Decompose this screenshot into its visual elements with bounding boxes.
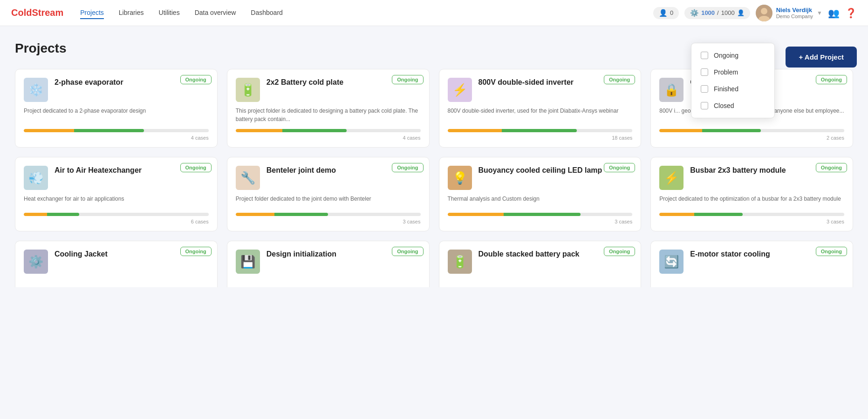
card-title: 2-phase evaporator (55, 78, 151, 88)
card-top: 🔧 Benteler joint demo Ongoing (236, 166, 421, 190)
card-title: Air to Air Heatexchanger (55, 166, 170, 176)
filter-checkbox-ongoing[interactable] (701, 52, 708, 59)
add-project-button[interactable]: + Add Project (786, 47, 857, 68)
filter-checkbox-closed[interactable] (701, 102, 708, 109)
filter-label: Closed (714, 102, 734, 109)
card-thumbnail: 🔒 (659, 78, 683, 102)
card-bottom: 4 cases (236, 129, 421, 141)
card-title: Design initialization (267, 250, 364, 259)
card-thumbnail: ⚡ (448, 78, 472, 102)
project-card[interactable]: ⚡ 800V double-sided inverter Ongoing 800… (439, 69, 642, 148)
progress-bar (236, 129, 421, 132)
card-bottom: 18 cases (448, 129, 633, 141)
progress-bar (448, 129, 633, 132)
card-description: Project folder dedicated to the joint de… (236, 195, 421, 203)
progress-bar (448, 213, 633, 216)
status-badge: Ongoing (604, 247, 635, 256)
card-bottom: 3 cases (659, 213, 844, 224)
project-card[interactable]: ❄️ 2-phase evaporator Ongoing Project de… (15, 69, 218, 148)
filter-label: Problem (714, 68, 738, 76)
filter-dropdown: Ongoing Problem Finished Closed (691, 43, 775, 118)
card-bottom: 6 cases (24, 213, 209, 224)
card-description: Project dedicated to the optimization of… (659, 195, 844, 203)
status-badge: Ongoing (392, 163, 423, 172)
nav-utilities[interactable]: Utilities (159, 7, 180, 19)
filter-item-problem[interactable]: Problem (691, 64, 774, 81)
chevron-down-icon: ▼ (817, 10, 822, 16)
card-title: E-motor stator cooling (690, 250, 798, 259)
user-info[interactable]: Niels Verdijk Demo Company ▼ (756, 5, 822, 21)
card-cases: 4 cases (24, 135, 209, 141)
card-cases: 4 cases (236, 135, 421, 141)
card-top: ⚡ 800V double-sided inverter Ongoing (448, 78, 633, 102)
card-bottom: 3 cases (448, 213, 633, 224)
credits-total: 1000 (721, 9, 735, 16)
gear-icon: ⚙️ (690, 9, 699, 17)
credits-separator: / (717, 9, 719, 16)
avatar-image (756, 5, 772, 21)
card-title: Double stacked battery pack (478, 250, 608, 259)
filter-checkbox-problem[interactable] (701, 68, 708, 76)
progress-bar (659, 213, 844, 216)
nav-links: Projects Libraries Utilities Data overvi… (80, 7, 653, 19)
card-cases: 6 cases (24, 219, 209, 224)
card-top: 💨 Air to Air Heatexchanger Ongoing (24, 166, 209, 190)
card-title: 2x2 Battery cold plate (267, 78, 371, 88)
project-card-partial[interactable]: Ongoing 💾 Design initialization (227, 241, 430, 287)
card-title: Busbar 2x3 battery module (690, 166, 813, 176)
card-top: 💡 Buoyancy cooled ceiling LED lamp Ongoi… (448, 166, 633, 190)
card-bottom: 2 cases (659, 129, 844, 141)
credits-used: 1000 (701, 9, 715, 16)
card-thumbnail: ⚙️ (24, 250, 48, 274)
help-button[interactable]: ❓ (845, 7, 857, 19)
navbar: ColdStream Projects Libraries Utilities … (0, 0, 868, 26)
project-card[interactable]: 🔧 Benteler joint demo Ongoing Project fo… (227, 157, 430, 231)
filter-item-ongoing[interactable]: Ongoing (691, 47, 774, 64)
filter-checkbox-finished[interactable] (701, 85, 708, 93)
card-thumbnail: 🔄 (659, 250, 683, 274)
card-description: Thermal analysis and Custom design (448, 195, 633, 203)
bottom-row: Ongoing ⚙️ Cooling Jacket Ongoing 💾 Desi… (15, 241, 853, 287)
add-user-button[interactable]: 👥 (828, 7, 840, 19)
project-card[interactable]: 💡 Buoyancy cooled ceiling LED lamp Ongoi… (439, 157, 642, 231)
avatar (756, 5, 772, 21)
svg-point-1 (761, 8, 767, 14)
status-badge: Ongoing (392, 75, 423, 84)
card-top: ⚡ Busbar 2x3 battery module Ongoing (659, 166, 844, 190)
user-details: Niels Verdijk Demo Company (776, 7, 813, 19)
progress-bar (24, 129, 209, 132)
card-top: ❄️ 2-phase evaporator Ongoing (24, 78, 209, 102)
nav-projects[interactable]: Projects (80, 7, 104, 19)
status-badge: Ongoing (180, 247, 212, 256)
project-card[interactable]: 🔋 2x2 Battery cold plate Ongoing This pr… (227, 69, 430, 148)
card-title: Benteler joint demo (267, 166, 364, 176)
credits-badge: ⚙️ 1000 / 1000 👤 (684, 7, 750, 19)
logo-text1: Cold (11, 7, 32, 18)
card-title: Cooling Jacket (55, 250, 136, 259)
filter-label: Ongoing (714, 52, 738, 59)
card-thumbnail: 💨 (24, 166, 48, 190)
project-card-partial[interactable]: Ongoing ⚙️ Cooling Jacket (15, 241, 218, 287)
card-description: 800V double-sided inverter, used for the… (448, 107, 633, 115)
nav-data-overview[interactable]: Data overview (195, 7, 236, 19)
status-badge: Ongoing (604, 75, 635, 84)
filter-label: Finished (714, 85, 738, 93)
project-card-partial[interactable]: Ongoing 🔄 E-motor stator cooling (650, 241, 853, 287)
project-card[interactable]: 💨 Air to Air Heatexchanger Ongoing Heat … (15, 157, 218, 231)
filter-item-finished[interactable]: Finished (691, 81, 774, 97)
status-badge: Ongoing (816, 247, 847, 256)
status-badge: Ongoing (392, 247, 423, 256)
user-company: Demo Company (776, 14, 813, 19)
card-top: 🔋 2x2 Battery cold plate Ongoing (236, 78, 421, 102)
project-card[interactable]: ⚡ Busbar 2x3 battery module Ongoing Proj… (650, 157, 853, 231)
card-cases: 18 cases (448, 135, 633, 141)
card-description: Project dedicated to a 2-phase evaporato… (24, 107, 209, 115)
project-card-partial[interactable]: Ongoing 🔋 Double stacked battery pack (439, 241, 642, 287)
nav-libraries[interactable]: Libraries (119, 7, 144, 19)
card-bottom: 3 cases (236, 213, 421, 224)
card-cases: 3 cases (659, 219, 844, 224)
card-cases: 3 cases (236, 219, 421, 224)
nav-dashboard[interactable]: Dashboard (251, 7, 283, 19)
users-icon: 👤 (659, 9, 668, 17)
filter-item-closed[interactable]: Closed (691, 97, 774, 114)
